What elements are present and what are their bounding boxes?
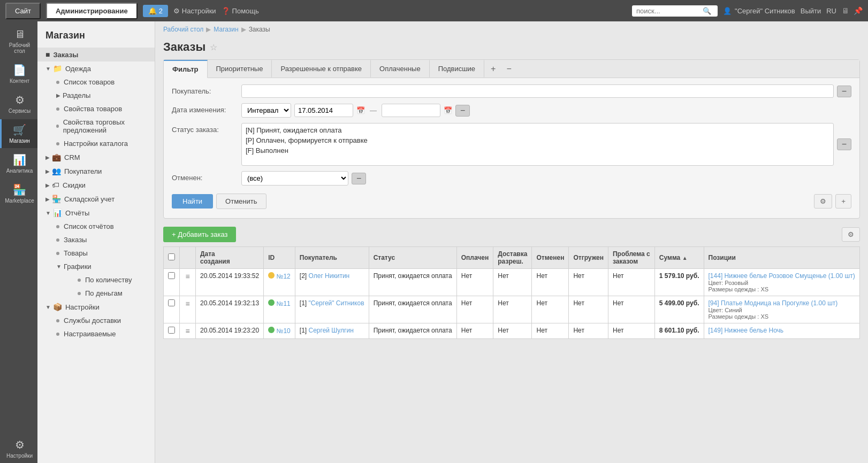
- row2-menu-icon[interactable]: ≡: [185, 299, 189, 308]
- nav-label-orders: Заказы: [53, 51, 78, 59]
- sidebar-item-settings[interactable]: ⚙ Настройки: [0, 434, 37, 463]
- sidebar-item-shop[interactable]: 🛒 Магазин: [0, 119, 37, 148]
- row3-menu-icon[interactable]: ≡: [185, 327, 189, 335]
- nav-item-customizable[interactable]: Настраиваемые: [48, 327, 155, 341]
- buyer-input[interactable]: [241, 84, 834, 98]
- row3-amount: 8 601.10 руб.: [654, 323, 704, 339]
- nav-label-goods-reports: Товары: [64, 249, 88, 257]
- nav-item-discounts[interactable]: ▶ 🏷 Скидки: [37, 178, 155, 192]
- nav-item-props[interactable]: Свойства товаров: [48, 102, 155, 115]
- select-all-checkbox[interactable]: [168, 253, 175, 260]
- filter-tab-0[interactable]: Фильтр: [164, 60, 208, 78]
- user-area[interactable]: 👤 "Сергей" Ситников: [723, 7, 795, 15]
- status-list[interactable]: [N] Принят, ожидается оплата [P] Оплачен…: [241, 123, 834, 166]
- content-area: Фильтр Приоритетные Разрешенные к отправ…: [155, 59, 868, 347]
- search-input[interactable]: [636, 7, 701, 15]
- nav-item-buyers[interactable]: ▶ 👥 Покупатели: [37, 164, 155, 178]
- th-sum[interactable]: Сумма ▲: [654, 247, 704, 269]
- filter-tab-3[interactable]: Оплаченные: [371, 60, 430, 78]
- row3-checkbox: [164, 323, 180, 339]
- sidebar-label-settings: Настройки: [6, 453, 33, 459]
- row3-id-link[interactable]: №10: [277, 327, 291, 335]
- nav-item-charts[interactable]: ▼ Графики: [48, 260, 155, 273]
- nav-item-orders-reports[interactable]: Заказы: [48, 233, 155, 246]
- orders-settings-button[interactable]: ⚙: [842, 227, 860, 242]
- tab-add-button[interactable]: +: [485, 61, 501, 77]
- row2-buyer-link[interactable]: "Сергей" Ситников: [309, 299, 364, 307]
- star-icon[interactable]: ☆: [210, 42, 217, 52]
- nav-item-trade-props[interactable]: Свойства торговых предложений: [48, 115, 155, 137]
- find-button[interactable]: Найти: [172, 194, 213, 209]
- status-item-2[interactable]: [F] Выполнен: [243, 145, 832, 156]
- date-to-input[interactable]: [382, 104, 440, 117]
- nav-item-goods-reports[interactable]: Товары: [48, 246, 155, 260]
- cancelled-minus-button[interactable]: −: [352, 173, 366, 184]
- row1-position-link[interactable]: [144] Нижнее белье Розовое Смущенье (1.0…: [709, 272, 855, 280]
- logout-button[interactable]: Выйти: [801, 7, 821, 15]
- filter-tab-4[interactable]: Подвисшие: [430, 60, 484, 78]
- sidebar-item-content[interactable]: 📄 Контент: [0, 59, 37, 88]
- filter-plus-button[interactable]: +: [835, 194, 851, 209]
- row2-position-link[interactable]: [94] Платье Модница на Прогулке (1.00 шт…: [709, 299, 838, 307]
- nav-item-orders[interactable]: ■ Заказы: [37, 48, 155, 61]
- calendar-to-icon[interactable]: 📅: [444, 106, 452, 114]
- filter-gear-button[interactable]: ⚙: [814, 194, 832, 209]
- date-minus-button[interactable]: −: [455, 105, 470, 117]
- row3-buyer-link[interactable]: Сергей Шулгин: [309, 327, 354, 334]
- filter-tab-1[interactable]: Приоритетные: [208, 60, 272, 78]
- sidebar-item-services[interactable]: ⚙ Сервисы: [0, 89, 37, 118]
- badge-button[interactable]: 🔔 2: [143, 5, 168, 17]
- site-button[interactable]: Сайт: [5, 3, 41, 19]
- admin-button[interactable]: Администрирование: [46, 3, 138, 19]
- status-item-0[interactable]: [N] Принят, ожидается оплата: [243, 125, 832, 135]
- sidebar-item-desktop[interactable]: 🖥 Рабочий стол: [0, 24, 37, 58]
- row1-id-link[interactable]: №12: [277, 273, 291, 280]
- cancelled-select[interactable]: (все): [241, 171, 348, 186]
- dot-orders-icon: [56, 238, 59, 242]
- nav-item-goods-list[interactable]: Список товаров: [48, 75, 155, 89]
- row1-id: №12: [264, 269, 295, 296]
- filter-tab-2[interactable]: Разрешенные к отправке: [272, 60, 371, 78]
- status-minus-button[interactable]: −: [837, 138, 851, 150]
- dot-icon4: [56, 142, 59, 145]
- settings-link[interactable]: ⚙ Настройки: [173, 7, 216, 15]
- nav-item-by-count[interactable]: По количеству: [70, 273, 155, 287]
- date-from-input[interactable]: [294, 104, 353, 117]
- row1-check[interactable]: [168, 272, 175, 279]
- row1-buyer-link[interactable]: Олег Никитин: [309, 272, 350, 280]
- status-item-1[interactable]: [P] Оплачен, формируется к отправке: [243, 135, 832, 145]
- nav-label-customizable: Настраиваемые: [64, 330, 116, 338]
- help-link[interactable]: ❓ Помощь: [222, 7, 259, 15]
- nav-item-crm[interactable]: ▶ 💼 CRM: [37, 150, 155, 164]
- row1-cancelled: Нет: [532, 269, 569, 296]
- sidebar-item-marketplace[interactable]: 🏪 Marketplace: [0, 179, 37, 208]
- nav-item-reports[interactable]: ▼ 📊 Отчёты: [37, 206, 155, 220]
- calendar-from-icon[interactable]: 📅: [356, 106, 365, 114]
- buyer-minus-button[interactable]: −: [837, 86, 851, 97]
- nav-item-delivery[interactable]: Службы доставки: [48, 314, 155, 327]
- breadcrumb-desktop[interactable]: Рабочий стол: [163, 26, 203, 33]
- date-type-select[interactable]: Интервал: [241, 103, 291, 118]
- add-order-button[interactable]: + Добавить заказ: [163, 227, 236, 242]
- monitor-icon[interactable]: 🖥: [842, 6, 849, 15]
- nav-item-by-money[interactable]: По деньгам: [70, 287, 155, 300]
- filter-row-date: Дата изменения: Интервал 📅 — 📅 −: [172, 103, 851, 118]
- lang-selector[interactable]: RU: [826, 7, 836, 15]
- sidebar-label-desktop: Рабочий стол: [4, 42, 35, 54]
- nav-item-sections[interactable]: ▶ Разделы: [48, 89, 155, 102]
- nav-item-nav-settings[interactable]: ▼ 📦 Настройки: [37, 300, 155, 314]
- breadcrumb-shop[interactable]: Магазин: [214, 26, 238, 33]
- row2-check[interactable]: [168, 299, 175, 306]
- row3-check[interactable]: [168, 327, 175, 334]
- cancel-filter-button[interactable]: Отменить: [216, 194, 266, 209]
- tab-remove-button[interactable]: −: [501, 61, 516, 77]
- nav-item-reports-list[interactable]: Список отчётов: [48, 220, 155, 233]
- row1-menu-icon[interactable]: ≡: [185, 272, 189, 281]
- nav-item-catalog-settings[interactable]: Настройки каталога: [48, 137, 155, 150]
- nav-item-warehouse[interactable]: ▶ 🏪 Складской учет: [37, 192, 155, 206]
- sidebar-item-analytics[interactable]: 📊 Аналитика: [0, 149, 37, 178]
- nav-item-clothes[interactable]: ▼ 📁 Одежда: [37, 61, 155, 75]
- pin-icon[interactable]: 📌: [854, 6, 863, 15]
- row2-id-link[interactable]: №11: [277, 300, 291, 307]
- row3-position-link[interactable]: [149] Нижнее белье Ночь: [709, 327, 784, 334]
